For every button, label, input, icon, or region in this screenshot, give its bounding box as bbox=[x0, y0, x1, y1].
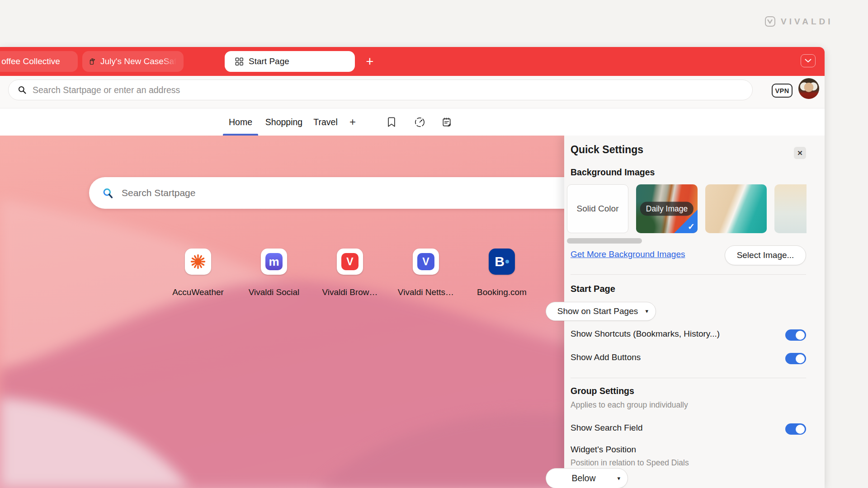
desktop-background: VIVALDI offee Collective July's New Case… bbox=[0, 0, 868, 488]
add-nav-group-button[interactable]: + bbox=[344, 108, 361, 136]
booking-icon: B bbox=[489, 249, 515, 275]
solid-color-label: Solid Color bbox=[577, 204, 619, 214]
widget-position-select[interactable]: Below ▾ bbox=[546, 468, 628, 488]
tab-casesafe[interactable]: July's New CaseSafe Suitc bbox=[82, 51, 184, 72]
panel-title: Quick Settings bbox=[571, 144, 643, 156]
widget-position-caption: Position in relation to Speed Dials bbox=[571, 458, 689, 468]
speed-dial-label: AccuWeather bbox=[160, 287, 236, 297]
start-page-nav-bar: Home Shopping Travel + bbox=[0, 108, 825, 136]
chevron-down-icon: ▾ bbox=[645, 308, 648, 314]
divider bbox=[571, 274, 806, 275]
show-search-field-label: Show Search Field bbox=[571, 423, 642, 433]
background-option-partial[interactable] bbox=[774, 184, 807, 233]
group-settings-caption: Applies to each group individually bbox=[571, 400, 688, 410]
bookmarks-button[interactable] bbox=[385, 116, 398, 128]
show-add-buttons-toggle[interactable] bbox=[785, 353, 806, 364]
check-icon: ✓ bbox=[688, 221, 695, 232]
tab-label: offee Collective bbox=[1, 56, 60, 66]
speed-dial-label: Vivaldi Brow… bbox=[311, 287, 388, 297]
tab-start-page[interactable]: Start Page bbox=[225, 51, 355, 72]
close-icon: ✕ bbox=[797, 149, 803, 157]
carton-favicon-icon bbox=[89, 57, 96, 66]
background-option-daily-image[interactable]: ✓ Daily Image bbox=[636, 184, 698, 233]
tab-label: Start Page bbox=[249, 56, 289, 66]
nav-tab-travel[interactable]: Travel bbox=[313, 108, 338, 136]
daily-image-label: Daily Image bbox=[640, 202, 693, 216]
tab-label: July's New CaseSafe Suitc bbox=[100, 56, 177, 66]
vivaldi-watermark-label: VIVALDI bbox=[781, 17, 833, 27]
profile-avatar[interactable] bbox=[798, 78, 819, 99]
search-icon bbox=[18, 85, 27, 94]
accuweather-tile bbox=[185, 249, 211, 275]
address-input[interactable] bbox=[33, 85, 752, 95]
tab-coffee-collective[interactable]: offee Collective bbox=[0, 51, 78, 72]
speed-dial-booking[interactable]: B Booking.com bbox=[463, 249, 540, 297]
show-add-buttons-label: Show Add Buttons bbox=[571, 352, 641, 362]
divider bbox=[571, 378, 806, 378]
startpage-search-icon bbox=[102, 187, 114, 199]
start-page-navigation-select[interactable]: Show on Start Pages ▾ bbox=[546, 302, 656, 321]
close-button[interactable]: ✕ bbox=[794, 147, 806, 159]
nav-tab-home[interactable]: Home bbox=[223, 108, 258, 136]
booking-monogram: B bbox=[495, 254, 505, 269]
select-image-button[interactable]: Select Image... bbox=[725, 245, 806, 265]
speed-dial-vivaldi-browser[interactable]: V Vivaldi Brow… bbox=[311, 249, 388, 297]
quick-settings-panel: Quick Settings ✕ Background Images Solid… bbox=[564, 136, 825, 488]
address-bar: VPN bbox=[0, 76, 825, 108]
vivaldi-blue-icon: V bbox=[417, 253, 434, 270]
vivaldi-watermark: VIVALDI bbox=[765, 16, 833, 27]
nav-tab-label: Home bbox=[229, 117, 252, 127]
vivaldi-red-icon: V bbox=[341, 253, 359, 270]
background-images-heading: Background Images bbox=[571, 167, 655, 178]
notes-button[interactable] bbox=[440, 116, 453, 128]
chevron-down-icon: ▾ bbox=[617, 474, 620, 481]
speed-dial-label: Vivaldi Social bbox=[236, 287, 312, 297]
show-search-field-toggle[interactable] bbox=[785, 423, 806, 435]
tab-menu-button[interactable] bbox=[801, 54, 816, 67]
select-value: Show on Start Pages bbox=[557, 306, 638, 316]
tab-bar: offee Collective July's New CaseSafe Sui… bbox=[0, 47, 825, 76]
speed-dial-vivaldi-netts[interactable]: V Vivaldi Netts… bbox=[387, 249, 464, 297]
speed-dial-grid-icon bbox=[235, 57, 244, 66]
background-image-list: Solid Color ✓ Daily Image bbox=[567, 183, 807, 234]
new-tab-button[interactable]: + bbox=[362, 53, 378, 70]
start-page-heading: Start Page bbox=[571, 284, 615, 294]
bookmark-icon bbox=[386, 116, 397, 128]
background-option-solid-color[interactable]: Solid Color bbox=[567, 184, 628, 233]
thumbnails-scrollbar[interactable] bbox=[567, 238, 642, 244]
address-field[interactable] bbox=[8, 80, 753, 100]
vivaldi-social-tile: m bbox=[261, 249, 287, 275]
speed-dial-accuweather[interactable]: AccuWeather bbox=[160, 249, 236, 297]
chevron-down-icon bbox=[805, 59, 811, 63]
vivaldi-netts-tile: V bbox=[413, 249, 439, 275]
browser-window: offee Collective July's New CaseSafe Sui… bbox=[0, 47, 825, 488]
startpage-search-field[interactable] bbox=[89, 177, 591, 209]
accuweather-sun-icon bbox=[189, 253, 207, 271]
startpage-search-input[interactable] bbox=[122, 188, 591, 198]
nav-tab-label: Travel bbox=[313, 117, 337, 127]
background-option-beach[interactable] bbox=[705, 184, 767, 233]
start-page-content: AccuWeather m Vivaldi Social V Vivaldi B… bbox=[0, 136, 825, 488]
history-button[interactable] bbox=[413, 116, 426, 128]
vpn-button[interactable]: VPN bbox=[772, 84, 793, 98]
group-settings-heading: Group Settings bbox=[571, 386, 634, 396]
get-more-backgrounds-link[interactable]: Get More Background Images bbox=[571, 249, 685, 259]
speed-dial-label: Vivaldi Netts… bbox=[387, 287, 464, 297]
nav-tab-label: Shopping bbox=[265, 117, 302, 127]
booking-dot bbox=[505, 260, 509, 263]
notes-icon bbox=[441, 116, 453, 128]
speed-dial-label: Booking.com bbox=[463, 287, 540, 297]
select-value: Below bbox=[571, 473, 595, 483]
vivaldi-browser-tile: V bbox=[337, 249, 363, 275]
history-icon bbox=[414, 116, 426, 128]
show-shortcuts-toggle[interactable] bbox=[785, 329, 806, 341]
mastodon-icon: m bbox=[265, 253, 283, 270]
vivaldi-logo-icon bbox=[765, 16, 775, 27]
nav-tab-shopping[interactable]: Shopping bbox=[264, 108, 303, 136]
speed-dial-vivaldi-social[interactable]: m Vivaldi Social bbox=[236, 249, 312, 297]
widget-position-label: Widget's Position bbox=[571, 445, 636, 455]
show-shortcuts-label: Show Shortcuts (Bookmarks, History...) bbox=[571, 329, 720, 339]
